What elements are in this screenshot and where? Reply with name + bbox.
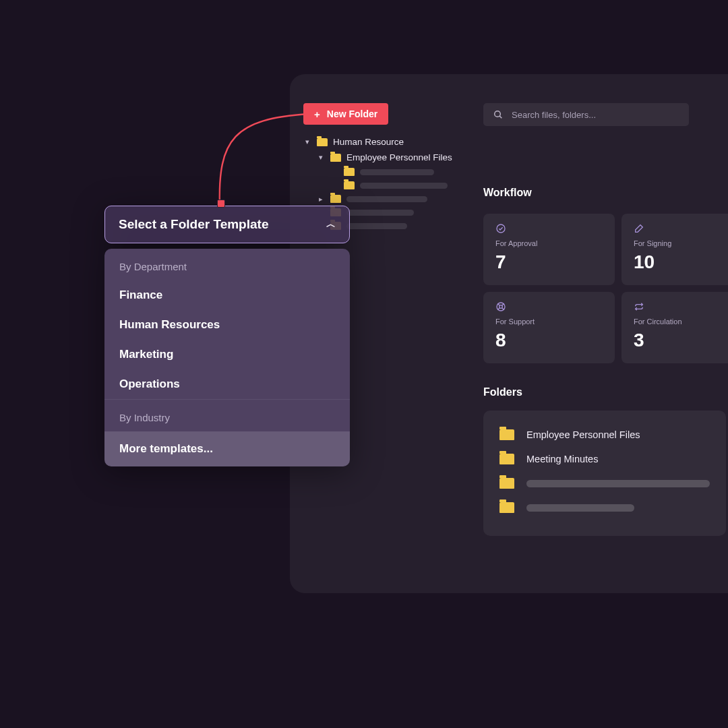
lifebuoy-icon — [495, 301, 603, 312]
new-folder-button[interactable]: + New Folder — [303, 103, 388, 125]
chevron-right-icon: ▸ — [317, 195, 325, 203]
template-group-label: By Industry — [104, 399, 350, 431]
connector-anchor — [217, 200, 225, 208]
template-option-operations[interactable]: Operations — [104, 369, 350, 399]
repeat-icon — [634, 301, 728, 312]
placeholder-bar — [526, 504, 634, 512]
tree-item-placeholder[interactable]: ▾ — [303, 165, 465, 179]
chevron-down-icon: ▾ — [317, 154, 325, 162]
tree-item-label: Human Resource — [333, 137, 404, 147]
template-select-trigger[interactable]: Select a Folder Template ︿ — [104, 206, 350, 243]
folder-icon — [499, 502, 514, 513]
svg-point-0 — [495, 111, 501, 117]
workflow-card-label: For Approval — [495, 239, 603, 247]
template-more-button[interactable]: More templates... — [104, 431, 350, 466]
chevron-down-icon: ▾ — [303, 138, 311, 146]
folder-icon — [330, 195, 341, 203]
workflow-grid: For Approval 7 For Signing 10 For Suppor… — [483, 214, 726, 363]
folder-row-placeholder[interactable] — [499, 471, 710, 495]
right-panel: Workflow For Approval 7 For Signing 10 — [483, 103, 726, 536]
workflow-card-label: For Support — [495, 317, 603, 326]
svg-line-1 — [499, 116, 502, 118]
placeholder-bar — [360, 169, 434, 175]
template-option-marketing[interactable]: Marketing — [104, 340, 350, 369]
search-input[interactable] — [512, 110, 679, 120]
template-select-menu: By Department Finance Human Resources Ma… — [104, 249, 350, 466]
search-bar[interactable] — [483, 103, 689, 126]
template-group-label: By Department — [104, 249, 350, 280]
svg-point-2 — [497, 224, 505, 233]
tree-item-root[interactable]: ▾ Human Resource — [303, 134, 465, 150]
workflow-card-count: 3 — [634, 330, 728, 351]
folder-icon — [499, 454, 514, 464]
app-shell: + New Folder ▾ Human Resource ▾ Employee… — [290, 74, 728, 593]
search-icon — [493, 109, 504, 120]
pen-icon — [634, 223, 728, 234]
folder-row-label: Employee Personnel Files — [526, 429, 640, 440]
workflow-card-circulation[interactable]: For Circulation 3 — [621, 292, 728, 363]
folder-icon — [330, 154, 341, 162]
placeholder-bar — [346, 196, 427, 202]
placeholder-bar — [346, 223, 407, 229]
workflow-card-signing[interactable]: For Signing 10 — [621, 214, 728, 285]
workflow-card-approval[interactable]: For Approval 7 — [483, 214, 615, 285]
template-select-popover: Select a Folder Template ︿ By Department… — [104, 206, 350, 466]
folder-row-placeholder[interactable] — [499, 495, 710, 520]
workflow-card-support[interactable]: For Support 8 — [483, 292, 615, 363]
workflow-card-label: For Circulation — [634, 317, 728, 326]
workflow-card-count: 8 — [495, 330, 603, 351]
svg-point-4 — [499, 305, 503, 309]
tree-item-child[interactable]: ▾ Employee Personnel Files — [303, 150, 465, 165]
workflow-card-label: For Signing — [634, 239, 728, 247]
workflow-title: Workflow — [483, 187, 726, 199]
folder-icon — [317, 138, 328, 146]
placeholder-bar — [346, 210, 414, 216]
folder-row[interactable]: Meeting Minutes — [499, 447, 710, 471]
workflow-card-count: 7 — [495, 251, 603, 273]
folder-row-label: Meeting Minutes — [526, 454, 598, 464]
folders-title: Folders — [483, 386, 726, 398]
template-option-hr[interactable]: Human Resources — [104, 310, 350, 340]
folder-icon — [344, 181, 355, 189]
tree-item-placeholder[interactable]: ▾ — [303, 179, 465, 192]
folders-section: Folders Employee Personnel Files Meeting… — [483, 386, 726, 536]
folder-icon — [499, 429, 514, 440]
folder-icon — [344, 168, 355, 176]
template-option-finance[interactable]: Finance — [104, 280, 350, 310]
workflow-card-count: 10 — [634, 251, 728, 273]
folders-list: Employee Personnel Files Meeting Minutes — [483, 411, 726, 536]
placeholder-bar — [360, 183, 448, 189]
tree-item-placeholder[interactable]: ▸ — [303, 192, 465, 206]
plus-icon: + — [314, 109, 320, 119]
placeholder-bar — [526, 480, 710, 487]
tree-item-label: Employee Personnel Files — [346, 152, 452, 162]
new-folder-label: New Folder — [327, 109, 377, 119]
check-circle-icon — [495, 223, 603, 234]
folder-icon — [499, 478, 514, 489]
chevron-up-icon: ︿ — [326, 218, 336, 231]
folder-row[interactable]: Employee Personnel Files — [499, 423, 710, 447]
template-select-title: Select a Folder Template — [119, 217, 268, 232]
